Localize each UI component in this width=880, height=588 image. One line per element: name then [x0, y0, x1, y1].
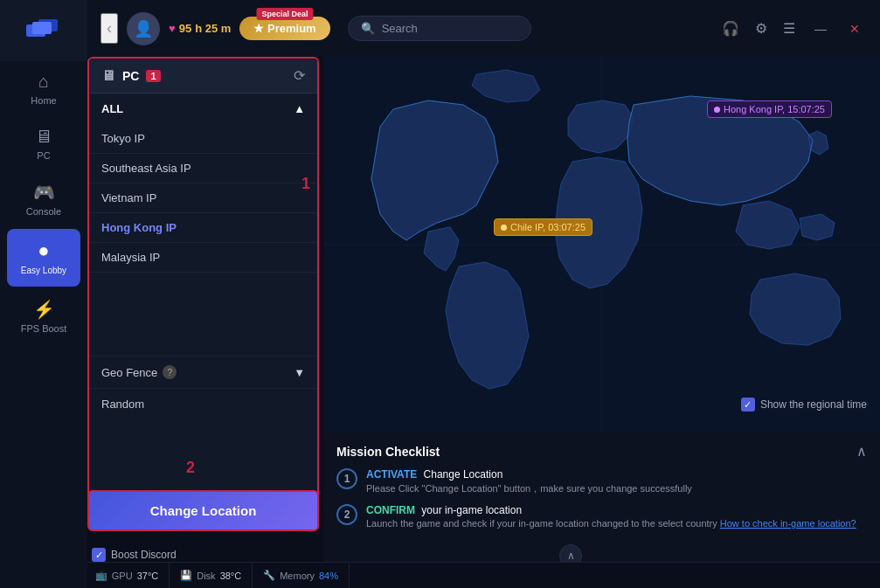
collapse-icon: ▲ — [294, 102, 305, 115]
activate-badge: ACTIVATE — [366, 468, 417, 481]
panel-header-left: 🖥 PC 1 — [101, 68, 161, 84]
location-item-southeast-asia[interactable]: Southeast Asia IP — [89, 154, 317, 183]
map-marker-chile: Chile IP, 03:07:25 — [494, 218, 592, 236]
step1-sub: Please Click "Change Location" button，ma… — [366, 482, 867, 495]
refresh-button[interactable]: ⟳ — [294, 67, 305, 84]
heart-icon: ♥ — [169, 22, 176, 35]
sidebar-item-label: Easy Lobby — [21, 266, 66, 276]
pc-label: PC — [122, 69, 139, 83]
search-icon: 🔍 — [361, 22, 375, 35]
location-label: Hong Kong IP — [101, 221, 177, 234]
mission-step-2: 2 CONFIRM your in-game location Launch t… — [336, 504, 867, 529]
sidebar-item-label: Console — [26, 206, 61, 217]
random-label: Random — [101, 398, 144, 411]
boost-discord-checkbox[interactable]: ✓ — [92, 548, 106, 562]
sidebar-item-label: FPS Boost — [21, 323, 67, 334]
back-button[interactable]: ‹ — [100, 13, 118, 44]
close-button[interactable]: ✕ — [842, 18, 867, 39]
step1-action: ACTIVATE Change Location — [366, 468, 867, 481]
geo-fence-row[interactable]: Geo Fence ? ▼ — [89, 356, 317, 388]
menu-icon[interactable]: ☰ — [780, 17, 799, 40]
regional-time-label: Show the regional time — [760, 398, 867, 411]
mission-header: Mission Checklist ∧ — [336, 443, 867, 460]
location-item-vietnam[interactable]: Vietnam IP — [89, 183, 317, 213]
sidebar-item-home[interactable]: ⌂ Home — [0, 61, 87, 116]
boost-discord-label: Boost Discord — [111, 549, 177, 561]
xp-unit: h 25 m — [195, 22, 231, 35]
location-label: Malaysia IP — [101, 251, 160, 264]
premium-star-icon: ★ — [253, 22, 267, 35]
disk-label: Disk — [197, 571, 215, 581]
sidebar-logo — [0, 0, 87, 61]
step1-content: ACTIVATE Change Location Please Click "C… — [366, 468, 867, 495]
xp-value: 95 — [179, 22, 191, 35]
pc-small-icon: 🖥 — [101, 68, 115, 84]
geo-fence-text: Geo Fence — [101, 366, 157, 379]
regional-time-checkbox[interactable]: ✓ — [741, 398, 755, 412]
home-icon: ⌂ — [38, 72, 49, 92]
mission-collapse-button[interactable]: ∧ — [856, 443, 867, 460]
location-list: ALL ▲ Tokyo IP Southeast Asia IP Vietnam… — [89, 93, 317, 356]
memory-icon: 🔧 — [263, 570, 275, 581]
left-panel: 🖥 PC 1 ⟳ ALL ▲ Tokyo IP Southeast Asia I… — [87, 57, 319, 520]
step2-content: CONFIRM your in-game location Launch the… — [366, 504, 867, 529]
search-bar[interactable]: 🔍 Search — [348, 16, 531, 41]
topbar-right: 🎧 ⚙ ☰ — ✕ — [718, 17, 867, 40]
main-content: 1 2 🖥 PC 1 ⟳ ALL ▲ Tokyo IP Southeast As… — [87, 57, 880, 588]
map-marker-hk: Hong Kong IP, 15:07:25 — [707, 100, 832, 118]
premium-button[interactable]: Special Deal ★ Premium — [239, 17, 329, 40]
memory-status: 🔧 Memory 84% — [253, 563, 350, 588]
chevron-down-icon: ▼ — [294, 366, 305, 379]
boost-discord-row: ✓ Boost Discord — [92, 548, 177, 562]
minimize-button[interactable]: — — [807, 18, 834, 39]
sidebar-item-fps-boost[interactable]: ⚡ FPS Boost — [0, 288, 87, 344]
location-item-malaysia[interactable]: Malaysia IP — [89, 243, 317, 273]
panel-header: 🖥 PC 1 ⟳ — [89, 59, 317, 93]
hk-dot — [714, 107, 720, 113]
location-label: Vietnam IP — [101, 191, 156, 204]
sidebar: ⌂ Home 🖥 PC 🎮 Console ● Easy Lobby ⚡ FPS… — [0, 0, 87, 588]
sidebar-item-easy-lobby[interactable]: ● Easy Lobby — [7, 229, 80, 287]
memory-label: Memory — [280, 571, 315, 581]
pc-icon: 🖥 — [35, 127, 52, 147]
search-placeholder: Search — [382, 22, 418, 35]
sidebar-item-label: Home — [31, 95, 56, 106]
map-area: Hong Kong IP, 15:07:25 Chile IP, 03:07:2… — [323, 57, 880, 432]
headset-icon[interactable]: 🎧 — [718, 17, 743, 40]
sidebar-item-pc[interactable]: 🖥 PC — [0, 116, 87, 171]
sidebar-item-console[interactable]: 🎮 Console — [0, 171, 87, 227]
chile-dot — [501, 225, 507, 231]
question-icon: ? — [163, 365, 177, 379]
disk-icon: 💾 — [180, 570, 192, 581]
step-label-2: 2 — [186, 459, 195, 477]
all-section-header[interactable]: ALL ▲ — [89, 93, 317, 124]
mission-title: Mission Checklist — [336, 445, 440, 459]
easy-lobby-icon: ● — [38, 239, 49, 262]
regional-time-row: ✓ Show the regional time — [741, 398, 867, 412]
svg-rect-2 — [32, 22, 52, 34]
gpu-status: 📺 GPU 37°C — [85, 563, 170, 588]
change-location-button[interactable]: Change Location — [87, 490, 319, 531]
disk-value: 38°C — [220, 571, 242, 581]
hk-label: Hong Kong IP, 15:07:25 — [724, 104, 825, 114]
step2-action: CONFIRM your in-game location — [366, 504, 867, 516]
step-num-2: 2 — [336, 504, 357, 525]
step-label-1: 1 — [301, 175, 310, 193]
settings-icon[interactable]: ⚙ — [752, 17, 771, 40]
step1-main: Change Location — [424, 468, 503, 481]
location-label: Southeast Asia IP — [101, 162, 191, 175]
logo-icon — [26, 17, 61, 44]
badge-1: 1 — [146, 70, 160, 82]
confirm-badge: CONFIRM — [366, 504, 415, 516]
location-item-tokyo[interactable]: Tokyo IP — [89, 124, 317, 154]
check-location-link[interactable]: How to check in-game location? — [720, 518, 856, 529]
gpu-value: 37°C — [137, 571, 159, 581]
memory-value: 84% — [319, 571, 338, 581]
random-row[interactable]: Random — [89, 388, 317, 419]
step-num-1: 1 — [336, 468, 357, 489]
xp-badge: ♥ 95 h 25 m — [169, 22, 231, 35]
mission-step-1: 1 ACTIVATE Change Location Please Click … — [336, 468, 867, 495]
geo-fence-label: Geo Fence ? — [101, 365, 177, 379]
location-item-hong-kong[interactable]: Hong Kong IP — [89, 213, 317, 243]
topbar: ‹ 👤 ♥ 95 h 25 m Special Deal ★ Premium 🔍… — [87, 0, 880, 57]
